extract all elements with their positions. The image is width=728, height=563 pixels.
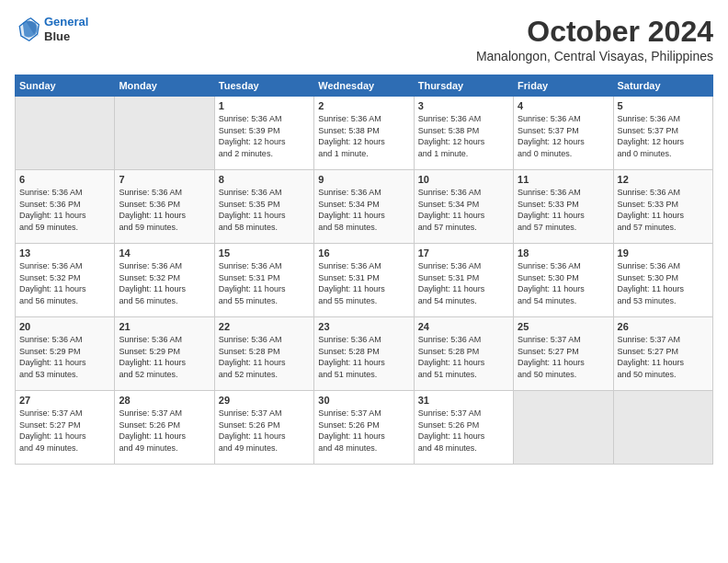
day-info: Sunrise: 5:36 AM Sunset: 5:34 PM Dayligh… bbox=[418, 187, 509, 233]
day-number: 11 bbox=[518, 174, 609, 185]
day-number: 20 bbox=[19, 321, 110, 332]
day-info: Sunrise: 5:36 AM Sunset: 5:28 PM Dayligh… bbox=[418, 334, 509, 380]
day-number: 27 bbox=[19, 395, 110, 406]
calendar-cell: 19Sunrise: 5:36 AM Sunset: 5:30 PM Dayli… bbox=[613, 244, 712, 317]
calendar-cell: 22Sunrise: 5:36 AM Sunset: 5:28 PM Dayli… bbox=[214, 317, 313, 391]
day-number: 17 bbox=[418, 247, 509, 259]
calendar-cell: 3Sunrise: 5:36 AM Sunset: 5:38 PM Daylig… bbox=[414, 97, 513, 170]
day-number: 4 bbox=[518, 100, 609, 111]
day-number: 16 bbox=[318, 247, 409, 259]
calendar-cell: 20Sunrise: 5:36 AM Sunset: 5:29 PM Dayli… bbox=[16, 317, 115, 391]
day-number: 15 bbox=[219, 247, 310, 259]
day-number: 24 bbox=[418, 321, 509, 332]
day-number: 12 bbox=[618, 174, 709, 185]
calendar-cell: 10Sunrise: 5:36 AM Sunset: 5:34 PM Dayli… bbox=[414, 170, 513, 244]
day-number: 21 bbox=[119, 321, 210, 332]
day-info: Sunrise: 5:36 AM Sunset: 5:30 PM Dayligh… bbox=[618, 260, 709, 306]
calendar-cell: 13Sunrise: 5:36 AM Sunset: 5:32 PM Dayli… bbox=[16, 244, 115, 317]
month-title: October 2024 bbox=[476, 15, 713, 49]
calendar-cell: 28Sunrise: 5:37 AM Sunset: 5:26 PM Dayli… bbox=[115, 391, 214, 465]
day-info: Sunrise: 5:37 AM Sunset: 5:27 PM Dayligh… bbox=[618, 334, 709, 380]
calendar-cell: 23Sunrise: 5:36 AM Sunset: 5:28 PM Dayli… bbox=[314, 317, 414, 391]
week-row-5: 27Sunrise: 5:37 AM Sunset: 5:27 PM Dayli… bbox=[16, 391, 713, 465]
day-header-wednesday: Wednesday bbox=[314, 75, 414, 97]
day-info: Sunrise: 5:36 AM Sunset: 5:38 PM Dayligh… bbox=[418, 113, 509, 159]
day-info: Sunrise: 5:36 AM Sunset: 5:31 PM Dayligh… bbox=[318, 260, 409, 306]
day-number: 26 bbox=[618, 321, 709, 332]
calendar-cell: 29Sunrise: 5:37 AM Sunset: 5:26 PM Dayli… bbox=[214, 391, 313, 465]
calendar-cell: 6Sunrise: 5:36 AM Sunset: 5:36 PM Daylig… bbox=[16, 170, 115, 244]
calendar-cell: 7Sunrise: 5:36 AM Sunset: 5:36 PM Daylig… bbox=[115, 170, 214, 244]
logo: General Blue bbox=[15, 15, 88, 43]
calendar-cell: 8Sunrise: 5:36 AM Sunset: 5:35 PM Daylig… bbox=[214, 170, 313, 244]
day-number: 28 bbox=[119, 395, 210, 406]
day-info: Sunrise: 5:36 AM Sunset: 5:29 PM Dayligh… bbox=[119, 334, 210, 380]
day-info: Sunrise: 5:37 AM Sunset: 5:26 PM Dayligh… bbox=[219, 408, 310, 454]
calendar-cell: 15Sunrise: 5:36 AM Sunset: 5:31 PM Dayli… bbox=[214, 244, 313, 317]
calendar-cell bbox=[115, 97, 214, 170]
calendar-cell: 1Sunrise: 5:36 AM Sunset: 5:39 PM Daylig… bbox=[214, 97, 313, 170]
calendar-cell: 24Sunrise: 5:36 AM Sunset: 5:28 PM Dayli… bbox=[414, 317, 513, 391]
day-number: 7 bbox=[119, 174, 210, 185]
day-info: Sunrise: 5:36 AM Sunset: 5:32 PM Dayligh… bbox=[19, 260, 110, 306]
day-number: 14 bbox=[119, 247, 210, 259]
day-number: 9 bbox=[318, 174, 409, 185]
day-number: 6 bbox=[19, 174, 110, 185]
calendar-cell: 12Sunrise: 5:36 AM Sunset: 5:33 PM Dayli… bbox=[613, 170, 712, 244]
day-info: Sunrise: 5:36 AM Sunset: 5:33 PM Dayligh… bbox=[518, 187, 609, 233]
day-info: Sunrise: 5:37 AM Sunset: 5:27 PM Dayligh… bbox=[19, 408, 110, 454]
day-number: 10 bbox=[418, 174, 509, 185]
calendar-cell: 18Sunrise: 5:36 AM Sunset: 5:30 PM Dayli… bbox=[514, 244, 613, 317]
day-header-saturday: Saturday bbox=[613, 75, 712, 97]
day-info: Sunrise: 5:36 AM Sunset: 5:32 PM Dayligh… bbox=[119, 260, 210, 306]
calendar-cell: 14Sunrise: 5:36 AM Sunset: 5:32 PM Dayli… bbox=[115, 244, 214, 317]
day-info: Sunrise: 5:36 AM Sunset: 5:36 PM Dayligh… bbox=[19, 187, 110, 233]
calendar-cell: 27Sunrise: 5:37 AM Sunset: 5:27 PM Dayli… bbox=[16, 391, 115, 465]
calendar-cell: 17Sunrise: 5:36 AM Sunset: 5:31 PM Dayli… bbox=[414, 244, 513, 317]
day-number: 31 bbox=[418, 395, 509, 406]
day-header-row: SundayMondayTuesdayWednesdayThursdayFrid… bbox=[16, 75, 713, 97]
day-header-sunday: Sunday bbox=[16, 75, 115, 97]
day-header-friday: Friday bbox=[514, 75, 613, 97]
day-number: 5 bbox=[618, 100, 709, 111]
day-info: Sunrise: 5:36 AM Sunset: 5:31 PM Dayligh… bbox=[219, 260, 310, 306]
header: General Blue October 2024 Manalongon, Ce… bbox=[15, 15, 713, 63]
calendar-cell: 21Sunrise: 5:36 AM Sunset: 5:29 PM Dayli… bbox=[115, 317, 214, 391]
day-info: Sunrise: 5:36 AM Sunset: 5:28 PM Dayligh… bbox=[219, 334, 310, 380]
day-info: Sunrise: 5:36 AM Sunset: 5:28 PM Dayligh… bbox=[318, 334, 409, 380]
calendar-cell: 2Sunrise: 5:36 AM Sunset: 5:38 PM Daylig… bbox=[314, 97, 414, 170]
title-area: October 2024 Manalongon, Central Visayas… bbox=[476, 15, 713, 63]
day-number: 18 bbox=[518, 247, 609, 259]
calendar-cell bbox=[514, 391, 613, 465]
day-header-monday: Monday bbox=[115, 75, 214, 97]
calendar-cell: 5Sunrise: 5:36 AM Sunset: 5:37 PM Daylig… bbox=[613, 97, 712, 170]
calendar-cell: 11Sunrise: 5:36 AM Sunset: 5:33 PM Dayli… bbox=[514, 170, 613, 244]
day-number: 25 bbox=[518, 321, 609, 332]
day-number: 13 bbox=[19, 247, 110, 259]
day-number: 23 bbox=[318, 321, 409, 332]
day-info: Sunrise: 5:36 AM Sunset: 5:34 PM Dayligh… bbox=[318, 187, 409, 233]
day-header-tuesday: Tuesday bbox=[214, 75, 313, 97]
day-info: Sunrise: 5:36 AM Sunset: 5:35 PM Dayligh… bbox=[219, 187, 310, 233]
day-header-thursday: Thursday bbox=[414, 75, 513, 97]
day-number: 2 bbox=[318, 100, 409, 111]
day-info: Sunrise: 5:37 AM Sunset: 5:27 PM Dayligh… bbox=[518, 334, 609, 380]
calendar-cell: 25Sunrise: 5:37 AM Sunset: 5:27 PM Dayli… bbox=[514, 317, 613, 391]
day-info: Sunrise: 5:36 AM Sunset: 5:29 PM Dayligh… bbox=[19, 334, 110, 380]
day-info: Sunrise: 5:37 AM Sunset: 5:26 PM Dayligh… bbox=[318, 408, 409, 454]
day-info: Sunrise: 5:36 AM Sunset: 5:37 PM Dayligh… bbox=[518, 113, 609, 159]
day-info: Sunrise: 5:37 AM Sunset: 5:26 PM Dayligh… bbox=[418, 408, 509, 454]
day-number: 3 bbox=[418, 100, 509, 111]
logo-text: General Blue bbox=[44, 15, 88, 43]
calendar-cell: 16Sunrise: 5:36 AM Sunset: 5:31 PM Dayli… bbox=[314, 244, 414, 317]
day-number: 19 bbox=[618, 247, 709, 259]
day-number: 22 bbox=[219, 321, 310, 332]
day-info: Sunrise: 5:36 AM Sunset: 5:33 PM Dayligh… bbox=[618, 187, 709, 233]
calendar-cell: 31Sunrise: 5:37 AM Sunset: 5:26 PM Dayli… bbox=[414, 391, 513, 465]
day-info: Sunrise: 5:36 AM Sunset: 5:36 PM Dayligh… bbox=[119, 187, 210, 233]
calendar-cell: 9Sunrise: 5:36 AM Sunset: 5:34 PM Daylig… bbox=[314, 170, 414, 244]
day-info: Sunrise: 5:36 AM Sunset: 5:31 PM Dayligh… bbox=[418, 260, 509, 306]
calendar-cell: 30Sunrise: 5:37 AM Sunset: 5:26 PM Dayli… bbox=[314, 391, 414, 465]
calendar-cell: 26Sunrise: 5:37 AM Sunset: 5:27 PM Dayli… bbox=[613, 317, 712, 391]
week-row-1: 1Sunrise: 5:36 AM Sunset: 5:39 PM Daylig… bbox=[16, 97, 713, 170]
